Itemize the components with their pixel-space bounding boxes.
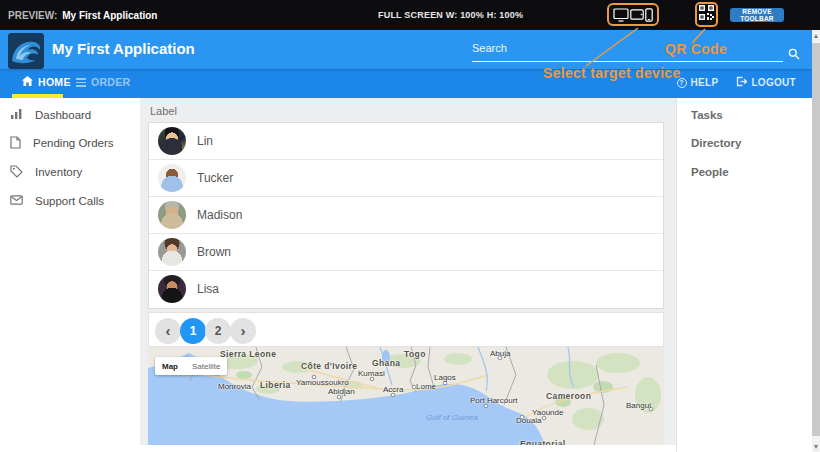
sidebar-item-inventory[interactable]: Inventory [0,160,140,184]
list-item-person[interactable]: Lin [149,123,663,160]
person-name: Lisa [197,282,219,296]
map-label-lome: Lome [416,382,436,391]
person-name: Lin [197,134,213,148]
pagination-prev-button[interactable]: ‹ [155,318,181,344]
target-device-selector [607,3,659,26]
phone-icon[interactable] [645,8,653,22]
sidebar-item-support-calls[interactable]: Support Calls [0,189,140,213]
tag-icon [10,165,23,180]
avatar [158,275,186,303]
app-nav-bar: HOME ORDER ? HELP LOGOUT [0,69,820,98]
sidebar-item-directory[interactable]: Directory [691,137,801,155]
search-icon[interactable] [788,46,800,64]
map-type-control: Map Satellite [155,357,227,375]
sidebar-item-people[interactable]: People [691,166,801,184]
left-sidebar: Dashboard Pending Orders Inventory Suppo… [0,98,140,452]
remove-toolbar-button[interactable]: REMOVE TOOLBAR [730,8,784,22]
home-icon [22,76,33,88]
map-label-equatorial: Equatorial [520,439,566,445]
qr-code-icon [699,5,714,24]
pagination-page-1[interactable]: 1 [180,318,206,344]
bar-chart-icon [10,108,23,122]
avatar [158,201,186,229]
map-label-cote-divoire: Côte d'Ivoire [301,361,357,371]
map-label-abuja: Abuja [490,349,510,358]
sidebar-item-pending-orders[interactable]: Pending Orders [0,131,140,155]
map-label-monrovia: Monrovia [218,382,251,391]
map-label-abidjan: Abidjan [328,387,355,396]
annotation-qr-code: QR Code [665,41,727,57]
map-label-bangui: Bangui [626,401,651,410]
tab-home-label: HOME [38,76,71,88]
satellite-button[interactable]: Satellite [185,362,227,371]
main-column: Label Lin Tucker Madison Brown [140,98,676,452]
list-item-person[interactable]: Lisa [149,271,663,308]
preview-label: PREVIEW: [8,10,57,21]
tab-order[interactable]: ORDER [76,76,130,89]
sidebar-item-label: Support Calls [35,195,104,207]
person-name: Brown [197,245,231,259]
map-label-togo: Togo [404,349,426,359]
qr-code-button[interactable] [695,2,718,27]
scroll-up-arrow-icon[interactable] [814,34,818,38]
help-label: HELP [691,77,719,88]
map-label-liberia: Liberia [260,380,291,390]
annotation-select-target-device: Select target device [543,65,681,81]
preview-app-name: My First Application [62,10,157,21]
nav-right-links: ? HELP LOGOUT [677,76,796,89]
avatar [158,127,186,155]
map-label-lagos: Lagos [434,373,456,382]
vertical-scrollbar[interactable] [812,30,820,452]
person-name: Tucker [197,171,233,185]
mail-icon [10,195,23,207]
person-name: Madison [197,208,242,222]
map-view[interactable]: Sierra Leone Côte d'Ivoire Ghana Togo Li… [148,347,664,445]
scrollbar-thumb[interactable] [812,43,820,436]
sidebar-item-label: Pending Orders [33,137,114,149]
avatar [158,164,186,192]
list-column-header: Label [150,105,177,117]
pagination: ‹ 1 2 › [148,312,664,347]
map-label-douala: Douala [516,416,541,425]
content-area: Dashboard Pending Orders Inventory Suppo… [0,98,820,452]
pagination-page-2[interactable]: 2 [205,318,231,344]
map-label-yamoussoukro: Yamoussoukro [296,378,349,387]
list-item-person[interactable]: Tucker [149,160,663,197]
list-item-person[interactable]: Brown [149,234,663,271]
map-label-accra: Accra [383,385,403,394]
right-sidebar: Tasks Directory People [676,98,812,452]
list-item-person[interactable]: Madison [149,197,663,234]
scroll-down-arrow-icon[interactable] [814,445,818,449]
logout-label: LOGOUT [751,77,796,88]
map-label-port-harcourt: Port Harcourt [470,396,518,405]
wave-logo-icon [8,33,44,69]
preview-toolbar: PREVIEW: My First Application FULL SCREE… [0,0,820,30]
tab-home[interactable]: HOME [22,76,71,88]
desktop-icon[interactable] [613,8,629,22]
people-list: Lin Tucker Madison Brown Lisa [148,122,664,309]
hamburger-icon [76,76,86,89]
bottom-spacer [140,445,676,452]
app-preview-window: PREVIEW: My First Application FULL SCREE… [0,0,820,452]
sidebar-item-tasks[interactable]: Tasks [691,109,801,127]
search-placeholder: Search [472,42,507,54]
map-label-cameroon: Cameroon [546,391,591,401]
map-label-sierra-leone: Sierra Leone [220,349,276,359]
logout-icon [736,76,747,89]
preview-title: PREVIEW: My First Application [8,0,157,30]
tablet-icon[interactable] [630,9,644,20]
logout-link[interactable]: LOGOUT [736,76,796,89]
document-icon [10,136,21,151]
avatar [158,238,186,266]
sidebar-item-label: Dashboard [35,109,91,121]
map-label-ghana: Ghana [372,358,400,368]
active-tab-underline [12,94,63,98]
sidebar-item-dashboard[interactable]: Dashboard [0,103,140,127]
map-label-gulf-of-guinea: Gulf of Guinea [426,413,478,422]
pagination-next-button[interactable]: › [230,318,256,344]
sidebar-item-label: Inventory [35,166,82,178]
map-button[interactable]: Map [155,362,185,371]
help-link[interactable]: ? HELP [677,77,719,88]
search-input[interactable]: Search [472,36,783,62]
map-label-kumasi: Kumasi [358,369,385,378]
